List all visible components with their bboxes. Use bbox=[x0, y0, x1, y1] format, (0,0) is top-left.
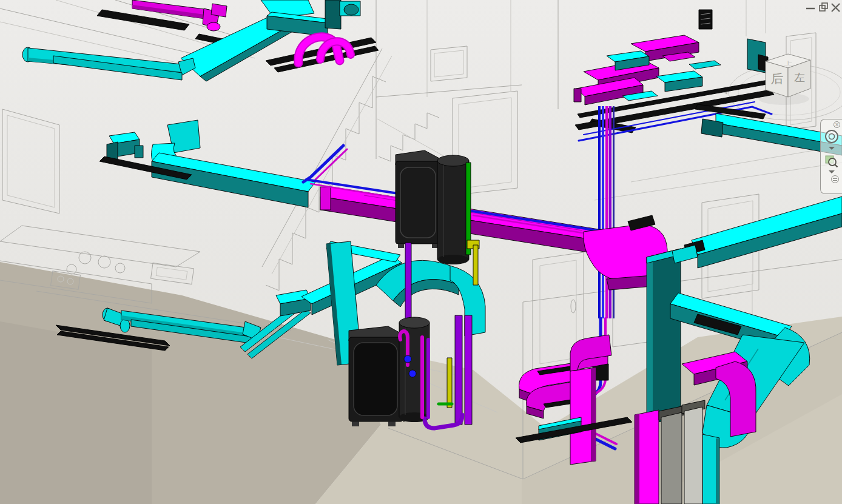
zoom-region-icon bbox=[824, 154, 839, 169]
revit-3d-viewport[interactable]: 上 后 左 × bbox=[0, 0, 842, 504]
zoom-region-button[interactable] bbox=[824, 154, 839, 169]
steering-wheel-button[interactable] bbox=[823, 128, 840, 145]
navbar-divider bbox=[823, 152, 840, 152]
close-button[interactable] bbox=[832, 4, 840, 12]
zoom-menu-chevron-down-icon[interactable] bbox=[829, 170, 835, 173]
navigation-bar[interactable]: × bbox=[820, 119, 842, 194]
navbar-options-button[interactable] bbox=[831, 175, 839, 183]
window-controls[interactable] bbox=[800, 0, 842, 16]
air-handling-unit-center[interactable] bbox=[396, 150, 440, 248]
viewcube-face-left[interactable]: 左 bbox=[794, 71, 805, 84]
tank-cylinder-center[interactable] bbox=[437, 155, 469, 264]
supply-duct-center-left[interactable] bbox=[99, 120, 315, 207]
viewcube-face-top[interactable]: 上 bbox=[783, 60, 793, 66]
viewcube-face-back[interactable]: 后 bbox=[771, 72, 784, 86]
restore-button[interactable] bbox=[820, 3, 827, 11]
navbar-close-icon[interactable]: × bbox=[834, 121, 840, 128]
wheel-menu-chevron-down-icon[interactable] bbox=[829, 147, 835, 150]
model-canvas[interactable]: 上 后 左 bbox=[0, 0, 842, 504]
viewcube[interactable]: 上 后 左 bbox=[766, 54, 810, 97]
exhaust-gooseneck-top[interactable] bbox=[266, 37, 379, 72]
exhaust-plenum-elbows[interactable] bbox=[519, 363, 578, 418]
steering-wheel-icon bbox=[823, 128, 840, 145]
